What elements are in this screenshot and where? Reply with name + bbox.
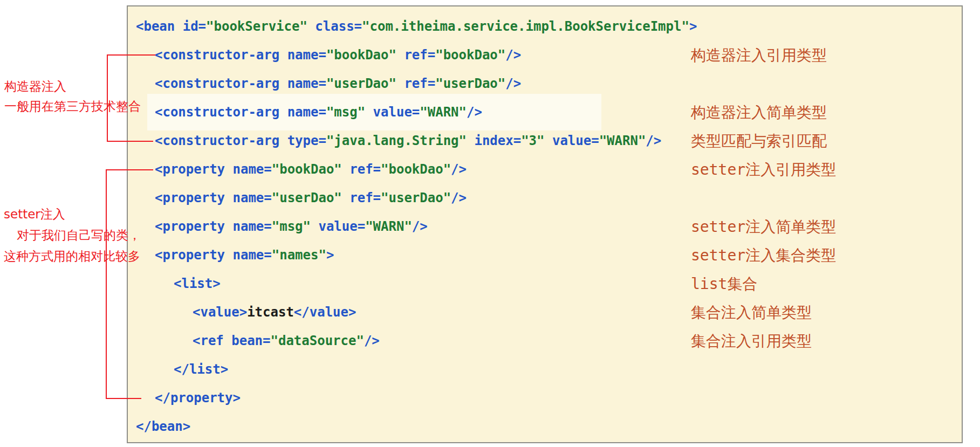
code-token: <property name= [155, 219, 272, 234]
code-token: /> [451, 162, 467, 177]
code-token: itcast [247, 305, 294, 320]
code-token: "java.lang.String" [326, 133, 467, 148]
right-annotation: 集合注入简单类型 [691, 302, 812, 324]
code-line: </property> [136, 384, 697, 412]
code-token: /> [467, 105, 482, 120]
code-token: "msg" [326, 105, 365, 120]
right-annotation: setter注入集合类型 [691, 245, 836, 266]
code-line: <property name="names"> [136, 241, 697, 270]
code-token: /> [505, 47, 521, 63]
annotation-desc: 一般用在第三方技术整合 [4, 97, 141, 116]
code-token: "bookDao" [435, 47, 505, 63]
code-token: class= [307, 19, 362, 34]
code-token: /> [646, 133, 661, 148]
code-token: > [689, 19, 697, 34]
code-token: <constructor-arg name= [155, 47, 326, 63]
code-token: <constructor-arg name= [155, 76, 326, 91]
bracket-constructor-bottom-line [107, 141, 153, 142]
code-token: "msg" [272, 219, 311, 234]
code-token: ref= [342, 190, 381, 205]
code-token: index= [467, 133, 521, 148]
code-line: <property name="msg" value="WARN"/> [136, 212, 697, 241]
code-token: <ref bean= [193, 333, 271, 348]
right-annotation: list集合 [691, 273, 757, 295]
code-line: <property name="bookDao" ref="bookDao"/> [136, 155, 697, 184]
code-line: <value>itcast</value> [136, 298, 697, 327]
right-annotation: 构造器注入简单类型 [691, 102, 827, 123]
right-annotation: setter注入简单类型 [691, 216, 836, 238]
code-line: <ref bean="dataSource"/> [136, 327, 697, 355]
code-token: "WARN" [365, 219, 412, 234]
code-token: "bookDao" [381, 162, 451, 177]
code-token: <property name= [155, 162, 272, 177]
annotation-desc: 对于我们自己写的类， [4, 225, 141, 246]
code-token: value= [311, 219, 365, 234]
code-line: <constructor-arg name="bookDao" ref="boo… [136, 41, 697, 70]
code-token: "bookService" [206, 19, 307, 34]
code-line: </bean> [136, 412, 697, 441]
right-annotation: 构造器注入引用类型 [691, 45, 827, 66]
code-token: "bookDao" [326, 47, 396, 63]
code-token: "bookDao" [272, 162, 342, 177]
code-line: <constructor-arg name="userDao" ref="use… [136, 70, 697, 98]
annotation-desc: 这种方式用的相对比较多 [4, 246, 141, 267]
code-line: <list> [136, 270, 697, 298]
code-token: ref= [396, 47, 435, 63]
code-line: <constructor-arg type="java.lang.String"… [136, 127, 697, 155]
code-token: > [326, 247, 334, 263]
code-token: ref= [342, 162, 381, 177]
code-token: <value> [193, 305, 247, 320]
code-line: </list> [136, 355, 697, 384]
code-token: </bean> [136, 419, 190, 434]
annotation-title: 构造器注入 [4, 77, 141, 97]
code-token: /> [364, 333, 380, 348]
code-token: "dataSource" [271, 333, 364, 348]
bracket-setter-vertical [106, 169, 107, 399]
code-token: "names" [272, 247, 326, 263]
bracket-setter-top-line [106, 169, 153, 170]
code-token: "userDao" [272, 190, 342, 205]
code-token: <constructor-arg type= [155, 133, 326, 148]
code-token: </value> [294, 305, 357, 320]
right-annotation: 集合注入引用类型 [691, 331, 812, 352]
code-block: <bean id="bookService" class="com.itheim… [136, 12, 697, 441]
code-line: <constructor-arg name="msg" value="WARN"… [136, 98, 697, 127]
slide-canvas: <bean id="bookService" class="com.itheim… [0, 0, 980, 447]
bracket-constructor-top-line [107, 54, 155, 56]
bracket-setter-bottom-line [106, 398, 141, 399]
code-token: "WARN" [599, 133, 646, 148]
code-line: <bean id="bookService" class="com.itheim… [136, 12, 697, 41]
code-token: ref= [396, 76, 435, 91]
code-token: value= [545, 133, 599, 148]
code-token: <list> [174, 276, 221, 291]
code-token: <constructor-arg name= [155, 105, 326, 120]
code-token: <bean id= [136, 19, 206, 34]
code-token: "WARN" [420, 105, 467, 120]
code-token: /> [412, 219, 428, 234]
code-token: </list> [174, 362, 228, 377]
left-annotation-constructor: 构造器注入 一般用在第三方技术整合 [4, 77, 141, 116]
code-token: value= [365, 105, 420, 120]
code-token: "com.itheima.service.impl.BookServiceImp… [362, 19, 689, 34]
code-token: </property> [155, 390, 241, 405]
code-token: /> [505, 76, 521, 91]
right-annotation: 类型匹配与索引匹配 [691, 130, 827, 152]
left-annotation-setter: setter注入 对于我们自己写的类， 这种方式用的相对比较多 [4, 204, 141, 267]
code-line: <property name="userDao" ref="userDao"/> [136, 184, 697, 212]
code-token: "userDao" [326, 76, 396, 91]
code-token: "userDao" [435, 76, 505, 91]
bracket-constructor-vertical [107, 54, 108, 142]
code-token: "3" [521, 133, 544, 148]
code-token: <property name= [155, 190, 272, 205]
right-annotation: setter注入引用类型 [691, 159, 836, 181]
code-token: "userDao" [381, 190, 451, 205]
annotation-title: setter注入 [4, 204, 141, 225]
code-token: /> [451, 190, 467, 205]
code-token: <property name= [155, 247, 272, 263]
